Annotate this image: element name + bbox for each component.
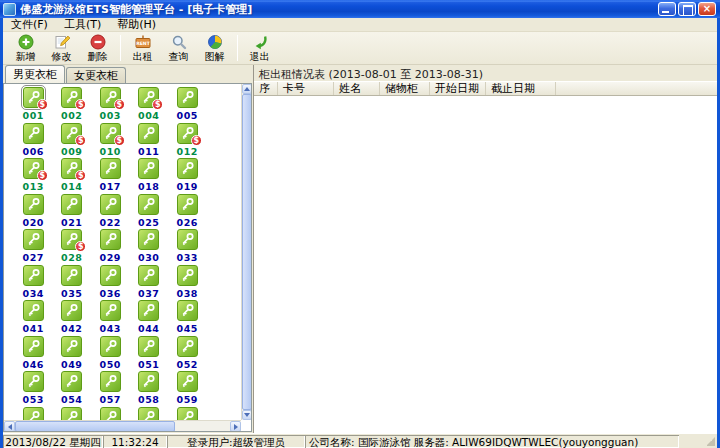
locker-item[interactable]: 025 [130, 194, 169, 230]
delete-button[interactable]: 删除 [80, 33, 115, 64]
locker-item[interactable]: 066 [168, 407, 207, 421]
col-start-date[interactable]: 开始日期 [430, 82, 486, 95]
menu-help[interactable]: 帮助(H) [109, 18, 164, 32]
delete-icon [90, 34, 106, 50]
locker-number: 037 [138, 288, 159, 299]
col-card-no[interactable]: 卡号 [278, 82, 334, 95]
locker-item[interactable]: 029 [91, 229, 130, 265]
locker-item[interactable]: 027 [14, 229, 53, 265]
scroll-left-button[interactable] [4, 421, 15, 432]
locker-item[interactable]: $002 [53, 87, 92, 123]
resize-grip[interactable] [679, 435, 717, 448]
locker-item[interactable]: 041 [14, 300, 53, 336]
col-locker[interactable]: 储物柜 [380, 82, 430, 95]
key-icon [138, 407, 159, 421]
locker-item[interactable]: 057 [91, 371, 130, 407]
locker-number: 028 [61, 252, 82, 263]
locker-item[interactable]: 005 [168, 87, 207, 123]
locker-item[interactable]: 049 [53, 336, 92, 372]
locker-item[interactable]: 037 [130, 265, 169, 301]
locker-item[interactable]: 018 [130, 158, 169, 194]
locker-item[interactable]: 022 [91, 194, 130, 230]
maximize-button[interactable] [678, 2, 696, 16]
locker-item[interactable]: 053 [14, 371, 53, 407]
locker-item[interactable]: 062 [91, 407, 130, 421]
locker-item[interactable]: 036 [91, 265, 130, 301]
edit-button[interactable]: 修改 [44, 33, 79, 64]
locker-item[interactable]: 046 [14, 336, 53, 372]
horizontal-scroll-thumb[interactable] [15, 421, 175, 432]
locker-item[interactable]: 059 [168, 371, 207, 407]
locker-item[interactable]: 033 [168, 229, 207, 265]
locker-item[interactable]: 011 [130, 123, 169, 159]
add-button[interactable]: 新增 [8, 33, 43, 64]
locker-number: 029 [100, 252, 121, 263]
locker-number: 020 [23, 217, 44, 228]
locker-item[interactable]: 019 [168, 158, 207, 194]
locker-number: 034 [23, 288, 44, 299]
rent-icon: RENT [135, 34, 151, 50]
locker-number: 044 [138, 323, 159, 334]
col-end-date[interactable]: 截止日期 [486, 82, 556, 95]
exit-button[interactable]: 退出 [242, 33, 277, 64]
scroll-right-button[interactable] [230, 421, 241, 432]
status-bar: 2013/08/22 星期四 11:32:24 登录用户:超级管理员 公司名称:… [3, 433, 717, 448]
locker-item[interactable]: 042 [53, 300, 92, 336]
rent-button[interactable]: RENT 出租 [125, 33, 160, 64]
locker-item[interactable]: 060 [14, 407, 53, 421]
locker-item[interactable]: 038 [168, 265, 207, 301]
locker-item[interactable]: 051 [130, 336, 169, 372]
locker-item[interactable]: 058 [130, 371, 169, 407]
scroll-track[interactable] [175, 421, 230, 431]
key-icon: $ [23, 158, 44, 179]
col-seq[interactable]: 序 [254, 82, 278, 95]
search-button[interactable]: 查询 [161, 33, 196, 64]
locker-item[interactable]: 044 [130, 300, 169, 336]
locker-number: 012 [177, 146, 198, 157]
locker-item[interactable]: $001 [14, 87, 53, 123]
locker-number: 025 [138, 217, 159, 228]
rented-dollar-badge: $ [75, 99, 86, 110]
menu-file[interactable]: 文件(F) [3, 18, 56, 32]
locker-item[interactable]: $009 [53, 123, 92, 159]
locker-item[interactable]: $010 [91, 123, 130, 159]
locker-item[interactable]: $003 [91, 87, 130, 123]
locker-number: 054 [61, 394, 82, 405]
scroll-down-button[interactable] [242, 410, 252, 420]
key-icon: $ [138, 87, 159, 108]
vertical-scroll-thumb[interactable] [242, 94, 252, 410]
locker-item[interactable]: 050 [91, 336, 130, 372]
locker-item[interactable]: 006 [14, 123, 53, 159]
locker-item[interactable]: 052 [168, 336, 207, 372]
col-name[interactable]: 姓名 [334, 82, 380, 95]
locker-item[interactable]: $012 [168, 123, 207, 159]
status-login-user: 登录用户:超级管理员 [167, 435, 305, 448]
horizontal-scrollbar[interactable] [4, 420, 241, 431]
tab-female-lockers[interactable]: 女更衣柜 [66, 67, 126, 83]
locker-item[interactable]: 034 [14, 265, 53, 301]
locker-item[interactable]: 054 [53, 371, 92, 407]
close-button[interactable]: × [698, 2, 716, 16]
menu-tools[interactable]: 工具(T) [56, 18, 109, 32]
locker-item[interactable]: 020 [14, 194, 53, 230]
locker-item[interactable]: 035 [53, 265, 92, 301]
minimize-button[interactable] [658, 2, 676, 16]
locker-item[interactable]: $028 [53, 229, 92, 265]
vertical-scrollbar[interactable] [241, 84, 251, 420]
tab-male-lockers[interactable]: 男更衣柜 [5, 65, 65, 83]
locker-item[interactable]: 043 [91, 300, 130, 336]
locker-item[interactable]: 030 [130, 229, 169, 265]
key-icon: $ [100, 87, 121, 108]
scroll-up-button[interactable] [242, 84, 252, 94]
locker-item[interactable]: $014 [53, 158, 92, 194]
locker-item[interactable]: 017 [91, 158, 130, 194]
locker-item[interactable]: 061 [53, 407, 92, 421]
locker-item[interactable]: 065 [130, 407, 169, 421]
locker-item[interactable]: 026 [168, 194, 207, 230]
locker-item[interactable]: 021 [53, 194, 92, 230]
locker-number: 057 [100, 394, 121, 405]
locker-item[interactable]: 045 [168, 300, 207, 336]
diagram-button[interactable]: 图解 [197, 33, 232, 64]
locker-item[interactable]: $013 [14, 158, 53, 194]
locker-item[interactable]: $004 [130, 87, 169, 123]
